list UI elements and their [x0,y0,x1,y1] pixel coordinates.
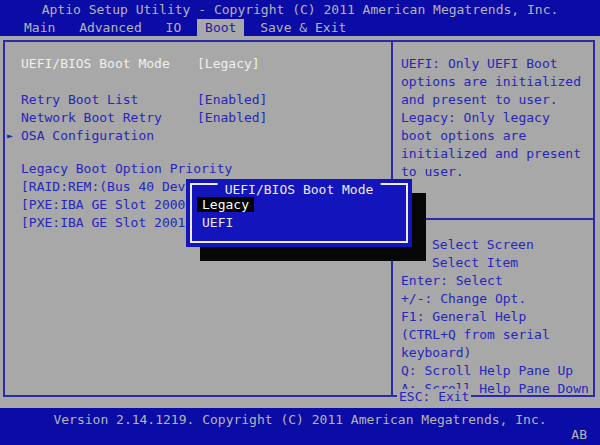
setting-label: Network Boot Retry [21,110,162,125]
key-scroll-up: Q: Scroll Help Pane Up [401,362,593,380]
setting-value: [Legacy] [197,56,260,71]
tab-advanced[interactable]: Advanced [71,19,150,36]
setting-label: UEFI/BIOS Boot Mode [21,56,170,71]
setting-label: OSA Configuration [21,128,154,143]
version-text: Version 2.14.1219. Copyright (C) 2011 Am… [0,408,600,427]
key-enter-select: Enter: Select [401,272,593,290]
bios-setup-screen: Aptio Setup Utility - Copyright (C) 2011… [0,0,600,445]
tab-main[interactable]: Main [16,19,63,36]
setting-value: [Enabled] [197,110,267,125]
key-select-screen: Select Screen [401,236,593,254]
menubar: Main Advanced IO Boot Save & Exit [0,19,600,36]
tab-io[interactable]: IO [158,19,190,36]
legacy-boot-priority-title: Legacy Boot Option Priority [21,161,381,176]
setting-uefi-bios-boot-mode[interactable]: UEFI/BIOS Boot Mode [Legacy] [21,56,381,71]
help-text: UEFI: Only UEFI Boot options are initial… [401,55,593,181]
tab-boot[interactable]: Boot [197,19,244,36]
key-ctrl-q-note: (CTRL+Q from serial [401,326,593,344]
boot-mode-popup: UEFI/BIOS Boot Mode Legacy UEFI [186,179,412,247]
key-ctrl-q-note-2: keyboard) [401,344,593,362]
submenu-arrow-icon: ► [7,128,13,143]
popup-title: UEFI/BIOS Boot Mode [218,182,381,197]
setting-label: Retry Boot List [21,92,138,107]
key-change-opt: +/-: Change Opt. [401,290,593,308]
popup-options: Legacy UEFI [197,196,402,232]
popup-option-uefi[interactable]: UEFI [197,214,402,232]
key-select-item: Select Item [401,254,593,272]
statusbar: Version 2.14.1219. Copyright (C) 2011 Am… [0,408,600,445]
popup-option-legacy[interactable]: Legacy [197,196,402,214]
popup-border: UEFI/BIOS Boot Mode Legacy UEFI [190,183,408,243]
setting-network-boot-retry[interactable]: Network Boot Retry [Enabled] [21,110,381,125]
setting-retry-boot-list[interactable]: Retry Boot List [Enabled] [21,92,381,107]
setting-osa-configuration[interactable]: ► OSA Configuration [21,128,381,143]
app-title: Aptio Setup Utility - Copyright (C) 2011… [0,0,600,19]
setting-value: [Enabled] [197,92,267,107]
key-legend: Select Screen Select Item Enter: Select … [401,236,593,398]
corner-code: AB [571,427,587,442]
tab-save-exit[interactable]: Save & Exit [252,19,354,36]
key-esc-exit: ESC: Exit [397,389,471,404]
key-general-help: F1: General Help [401,308,593,326]
